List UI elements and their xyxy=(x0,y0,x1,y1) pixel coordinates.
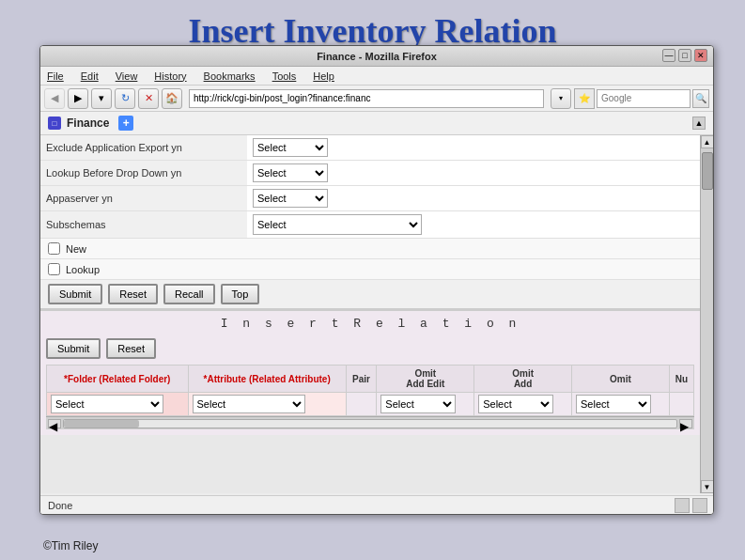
relation-num-1 xyxy=(669,393,693,416)
h-scroll-left[interactable]: ◀ xyxy=(48,419,61,428)
th-num: Nu xyxy=(669,366,693,393)
dropdown-button[interactable]: ▾ xyxy=(91,88,112,109)
menu-help[interactable]: Help xyxy=(310,70,337,83)
submit-row-1: Submit Reset Recall Top xyxy=(40,280,700,309)
recall-button[interactable]: Recall xyxy=(163,284,215,304)
th-omit: Omit xyxy=(572,366,670,393)
checkbox-lookup[interactable] xyxy=(48,263,60,275)
label-lookup: Lookup Before Drop Down yn xyxy=(40,161,247,186)
value-exclude: Select Yes No xyxy=(247,135,700,161)
finance-title: Finance xyxy=(67,117,109,130)
select-omit-1[interactable]: Select xyxy=(576,395,651,413)
label-lookup-check: Lookup xyxy=(66,264,100,275)
address-bar[interactable] xyxy=(189,89,544,108)
select-lookup[interactable]: Select Yes No xyxy=(253,163,328,182)
browser-titlebar: Finance - Mozilla Firefox — □ ✕ xyxy=(40,46,713,67)
stop-button[interactable]: ✕ xyxy=(138,88,159,109)
scroll-up-arrow[interactable]: ▲ xyxy=(701,135,714,148)
table-row: Exclude Application Export yn Select Yes… xyxy=(40,135,700,161)
back-button[interactable]: ◀ xyxy=(44,88,65,109)
menu-tools[interactable]: Tools xyxy=(270,70,300,83)
select-attribute-1[interactable]: Select xyxy=(193,395,305,413)
scroll-down-arrow[interactable]: ▼ xyxy=(701,480,714,493)
close-button[interactable]: ✕ xyxy=(694,49,707,62)
search-go-button[interactable]: 🔍 xyxy=(692,89,709,108)
value-appaserver: Select Yes No xyxy=(247,186,700,211)
search-icon: ⭐ xyxy=(574,88,595,109)
home-button[interactable]: 🏠 xyxy=(162,88,182,109)
toolbar: ◀ ▶ ▾ ↻ ✕ 🏠 ▾ ⭐ 🔍 xyxy=(40,86,713,112)
insert-relation-section: I n s e r t R e l a t i o n Submit Reset… xyxy=(40,309,700,435)
menu-file[interactable]: File xyxy=(44,70,67,83)
location-icon[interactable]: ▾ xyxy=(551,88,571,109)
select-exclude[interactable]: Select Yes No xyxy=(253,138,328,157)
select-subschemas[interactable]: Select xyxy=(253,214,422,235)
th-folder: *Folder (Related Folder) xyxy=(47,366,189,393)
value-subschemas: Select xyxy=(247,211,700,239)
checkbox-lookup-row: Lookup xyxy=(40,259,700,280)
content-area: Exclude Application Export yn Select Yes… xyxy=(40,135,713,493)
relation-folder-cell-1: Select xyxy=(47,393,189,416)
relation-omit-add-1: Select xyxy=(474,393,572,416)
relation-attribute-cell-1: Select xyxy=(188,393,346,416)
browser-content: □ Finance + ▲ Exclude Application Export… xyxy=(40,112,713,493)
value-lookup: Select Yes No xyxy=(247,161,700,186)
menu-bar: File Edit View History Bookmarks Tools H… xyxy=(40,67,713,86)
browser-title-text: Finance - Mozilla Firefox xyxy=(317,51,437,62)
collapse-button[interactable]: ▲ xyxy=(692,117,706,130)
maximize-button[interactable]: □ xyxy=(678,49,691,62)
copyright: ©Tim Riley xyxy=(43,539,98,552)
h-scroll-thumb[interactable] xyxy=(64,420,139,428)
th-omit-add: OmitAdd xyxy=(474,366,572,393)
reset-button-1[interactable]: Reset xyxy=(108,284,158,304)
finance-icon: □ xyxy=(48,117,61,130)
refresh-button[interactable]: ↻ xyxy=(115,88,135,109)
checkbox-new-row: New xyxy=(40,239,700,259)
page-title: Insert Inventory Relation xyxy=(0,0,745,51)
checkbox-new[interactable] xyxy=(48,242,60,255)
relation-submit-button[interactable]: Submit xyxy=(46,338,101,359)
menu-history[interactable]: History xyxy=(151,70,189,83)
search-input[interactable] xyxy=(597,89,691,108)
select-folder-1[interactable]: Select xyxy=(51,395,163,413)
menu-view[interactable]: View xyxy=(113,70,141,83)
table-row: Subschemas Select xyxy=(40,211,700,239)
relation-table-container: *Folder (Related Folder) *Attribute (Rel… xyxy=(46,365,694,416)
th-pair: Pair xyxy=(346,366,377,393)
browser-window: Finance - Mozilla Firefox — □ ✕ File Edi… xyxy=(39,45,714,515)
top-button[interactable]: Top xyxy=(221,284,260,304)
select-appaserver[interactable]: Select Yes No xyxy=(253,189,328,208)
select-omit-add-edit-1[interactable]: Select xyxy=(380,395,456,413)
th-attribute: *Attribute (Related Attribute) xyxy=(188,366,346,393)
relation-omit-1: Select xyxy=(572,393,670,416)
add-button[interactable]: + xyxy=(118,116,133,131)
h-scroll-track xyxy=(63,419,677,428)
table-row: Appaserver yn Select Yes No xyxy=(40,186,700,211)
window-controls: — □ ✕ xyxy=(662,49,707,62)
select-omit-add-1[interactable]: Select xyxy=(478,395,553,413)
relation-row-1: Select Select xyxy=(47,393,694,416)
forward-button[interactable]: ▶ xyxy=(68,88,88,109)
th-omit-add-edit: OmitAdd Edit xyxy=(377,366,474,393)
h-scrollbar[interactable]: ◀ ▶ xyxy=(46,416,694,429)
relation-pair-cell-1 xyxy=(346,393,377,416)
h-scroll-right[interactable]: ▶ xyxy=(679,419,692,428)
scroll-thumb[interactable] xyxy=(702,152,713,190)
menu-edit[interactable]: Edit xyxy=(78,70,101,83)
label-new: New xyxy=(66,243,86,255)
main-scroll[interactable]: Exclude Application Export yn Select Yes… xyxy=(40,135,700,493)
table-header-row: *Folder (Related Folder) *Attribute (Rel… xyxy=(47,366,694,393)
label-subschemas: Subschemas xyxy=(40,211,247,239)
relation-table: *Folder (Related Folder) *Attribute (Rel… xyxy=(46,365,694,416)
finance-header: □ Finance + ▲ xyxy=(40,112,713,135)
attribute-header-label: *Attribute (Related Attribute) xyxy=(204,374,331,384)
form-table: Exclude Application Export yn Select Yes… xyxy=(40,135,700,239)
folder-header-label: *Folder (Related Folder) xyxy=(64,374,170,384)
menu-bookmarks[interactable]: Bookmarks xyxy=(201,70,258,83)
relation-omit-add-edit-1: Select xyxy=(377,393,474,416)
submit-button-1[interactable]: Submit xyxy=(48,284,102,304)
minimize-button[interactable]: — xyxy=(662,49,675,62)
right-scrollbar: ▲ ▼ xyxy=(700,135,713,493)
relation-reset-button[interactable]: Reset xyxy=(106,338,156,359)
relation-submit-row: Submit Reset xyxy=(46,336,694,365)
